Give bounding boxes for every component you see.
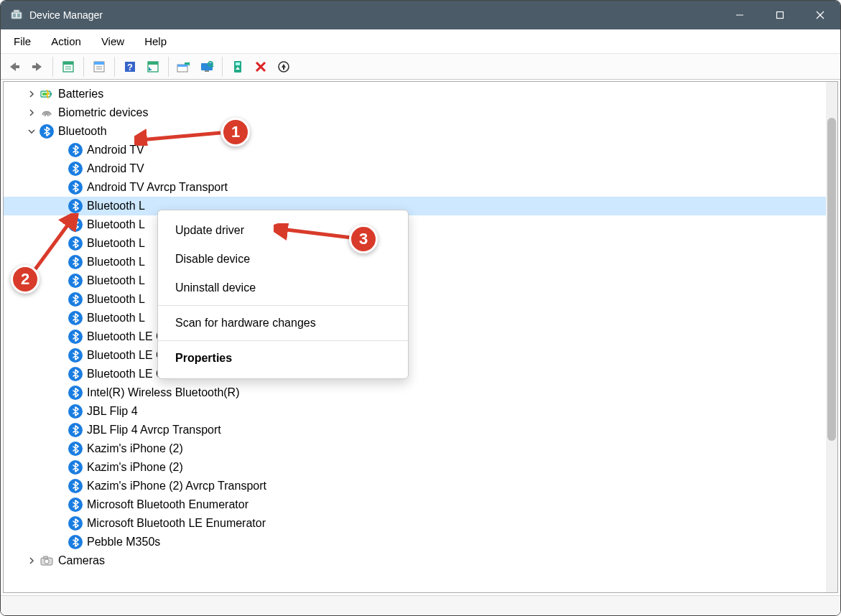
menu-help[interactable]: Help xyxy=(134,32,177,50)
bluetooth-icon xyxy=(68,330,83,344)
disable-button[interactable] xyxy=(250,57,271,77)
bluetooth-icon xyxy=(68,479,83,493)
tree-leaf[interactable]: Bluetooth L xyxy=(4,215,826,234)
tree-leaf-label: Microsoft Bluetooth LE Enumerator xyxy=(87,516,266,530)
bluetooth-icon xyxy=(68,404,83,419)
close-button[interactable] xyxy=(800,1,840,29)
camera-icon xyxy=(40,554,54,568)
battery-icon xyxy=(40,87,54,101)
svg-rect-10 xyxy=(32,65,37,68)
menu-view[interactable]: View xyxy=(91,32,134,50)
menu-file[interactable]: File xyxy=(4,32,41,50)
maximize-button[interactable] xyxy=(760,1,800,29)
svg-rect-4 xyxy=(14,10,19,12)
scrollbar-thumb[interactable] xyxy=(827,118,836,441)
chevron-down-icon[interactable] xyxy=(25,125,38,138)
menubar: File Action View Help xyxy=(1,29,840,54)
svg-rect-45 xyxy=(44,556,47,559)
bluetooth-icon xyxy=(68,498,83,512)
svg-rect-25 xyxy=(177,65,187,67)
tree-node-cameras[interactable]: Cameras xyxy=(4,551,826,570)
bluetooth-icon xyxy=(68,274,83,288)
show-hidden-button[interactable] xyxy=(57,57,79,77)
tree-leaf[interactable]: Android TV xyxy=(4,141,826,159)
tree-leaf-label: Bluetooth L xyxy=(87,311,145,325)
bluetooth-icon xyxy=(68,460,83,475)
bluetooth-icon xyxy=(68,199,83,213)
tree-leaf[interactable]: Kazim's iPhone (2) xyxy=(4,439,826,458)
svg-rect-12 xyxy=(63,62,73,65)
bluetooth-icon xyxy=(40,124,54,139)
tree-leaf[interactable]: Bluetooth L xyxy=(4,309,826,327)
help-button[interactable]: ? xyxy=(119,57,141,77)
bluetooth-icon xyxy=(68,442,83,456)
chevron-right-icon[interactable] xyxy=(25,88,38,101)
tree-node-bluetooth[interactable]: Bluetooth xyxy=(4,122,826,141)
scan-hardware-button[interactable] xyxy=(196,57,218,77)
device-tree[interactable]: BatteriesBiometric devicesBluetoothAndro… xyxy=(4,82,826,592)
tree-leaf[interactable]: Bluetooth L xyxy=(4,290,826,309)
tree-node-label: Biometric devices xyxy=(58,106,148,119)
tree-leaf[interactable]: Microsoft Bluetooth Enumerator xyxy=(4,495,826,514)
toolbar: ? xyxy=(1,54,840,80)
tree-leaf[interactable]: Bluetooth L xyxy=(4,234,826,253)
tree-leaf[interactable]: Pebble M350s xyxy=(4,533,826,551)
enable-button[interactable] xyxy=(227,57,248,77)
svg-rect-22 xyxy=(148,62,158,65)
properties-button[interactable] xyxy=(88,57,110,77)
minimize-button[interactable] xyxy=(720,1,760,29)
refresh-button[interactable] xyxy=(142,57,164,77)
tree-node-label: Cameras xyxy=(58,554,105,567)
content-frame: BatteriesBiometric devicesBluetoothAndro… xyxy=(3,81,838,593)
tree-leaf[interactable]: Bluetooth LE Generic Attribute Service xyxy=(4,365,826,383)
tree-leaf-label: Microsoft Bluetooth Enumerator xyxy=(87,498,248,511)
forward-button[interactable] xyxy=(27,57,48,77)
tree-leaf[interactable]: Bluetooth LE Generic Attribute Service xyxy=(4,327,826,346)
chevron-right-icon[interactable] xyxy=(25,106,38,119)
svg-text:?: ? xyxy=(127,62,133,73)
callout-1: 1 xyxy=(221,118,250,146)
svg-rect-9 xyxy=(14,65,19,68)
tree-node-batteries[interactable]: Batteries xyxy=(4,85,826,103)
back-button[interactable] xyxy=(4,57,25,77)
titlebar[interactable]: Device Manager xyxy=(1,1,840,29)
context-menu-item-uninstall-device[interactable]: Uninstall device xyxy=(158,274,408,302)
tree-leaf-label: Android TV Avrcp Transport xyxy=(87,180,228,194)
tree-leaf[interactable]: Bluetooth L xyxy=(4,271,826,290)
chevron-right-icon[interactable] xyxy=(25,554,38,567)
tree-leaf-label: Bluetooth L xyxy=(87,255,145,269)
tree-leaf-label: Kazim's iPhone (2) xyxy=(87,460,183,474)
tree-leaf[interactable]: Kazim's iPhone (2) xyxy=(4,458,826,477)
callout-3: 3 xyxy=(349,225,378,253)
tree-leaf[interactable]: Bluetooth LE Generic Attribute Service xyxy=(4,346,826,365)
tree-leaf[interactable]: Android TV xyxy=(4,159,826,178)
tree-leaf[interactable]: Bluetooth L xyxy=(4,197,826,215)
tree-leaf[interactable]: Bluetooth L xyxy=(4,253,826,271)
context-menu-item-properties[interactable]: Properties xyxy=(158,344,408,373)
context-menu-separator xyxy=(158,305,408,306)
update-driver-button[interactable] xyxy=(173,57,195,77)
svg-rect-6 xyxy=(777,12,784,19)
scrollbar-track[interactable] xyxy=(826,82,837,592)
svg-rect-33 xyxy=(236,62,240,65)
tree-leaf[interactable]: Android TV Avrcp Transport xyxy=(4,178,826,197)
tree-leaf[interactable]: Intel(R) Wireless Bluetooth(R) xyxy=(4,383,826,402)
menu-action[interactable]: Action xyxy=(41,32,91,50)
bluetooth-icon xyxy=(68,162,83,176)
context-menu-item-scan-for-hardware-changes[interactable]: Scan for hardware changes xyxy=(158,309,408,337)
svg-rect-16 xyxy=(94,62,104,65)
tree-node-biometric-devices[interactable]: Biometric devices xyxy=(4,103,826,122)
bluetooth-icon xyxy=(68,311,83,325)
tree-leaf[interactable]: Kazim's iPhone (2) Avrcp Transport xyxy=(4,477,826,495)
tree-leaf[interactable]: JBL Flip 4 Avrcp Transport xyxy=(4,421,826,439)
bluetooth-icon xyxy=(68,255,83,269)
tree-leaf-label: JBL Flip 4 xyxy=(87,404,138,418)
uninstall-button[interactable] xyxy=(273,57,294,77)
callout-2: 2 xyxy=(11,265,40,294)
tree-node-label: Bluetooth xyxy=(58,124,107,138)
tree-leaf[interactable]: Microsoft Bluetooth LE Enumerator xyxy=(4,514,826,533)
context-menu-separator xyxy=(158,340,408,341)
tree-leaf[interactable]: JBL Flip 4 xyxy=(4,402,826,421)
fingerprint-icon xyxy=(40,106,54,120)
tree-leaf-label: Bluetooth L xyxy=(87,236,145,250)
